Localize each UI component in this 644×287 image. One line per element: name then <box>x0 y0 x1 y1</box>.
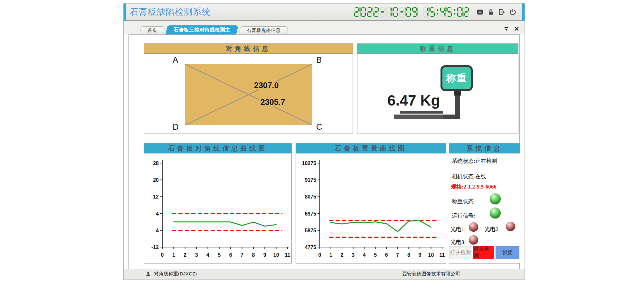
tab-label: 首页 <box>147 27 157 33</box>
svg-text:6: 6 <box>229 252 232 258</box>
svg-text:1: 1 <box>329 252 332 258</box>
tabstrip-icons <box>504 26 519 32</box>
scale-platform-base <box>394 115 443 119</box>
run-signal-led <box>490 208 501 218</box>
svg-text:3: 3 <box>195 252 198 258</box>
panel-weighing-info: 称重信息 称重 6.47 Kg <box>357 43 518 134</box>
logout-icon[interactable] <box>498 8 506 16</box>
stop-detection-button[interactable]: 停止检测 <box>473 246 494 259</box>
panel-weighing-header: 称重信息 <box>357 44 518 54</box>
statusbar-company: 西安获德图像技术有限公司 <box>402 271 460 277</box>
svg-text:7: 7 <box>241 252 243 258</box>
panel-weight-chart-header: 石膏板重量曲线图 <box>296 144 446 153</box>
weight-value: 6.47 Kg <box>387 92 440 109</box>
tab-home[interactable]: 首页 <box>140 26 164 34</box>
lock-icon[interactable] <box>487 8 495 16</box>
svg-text:28: 28 <box>153 161 159 166</box>
diagonal-value-2: 2305.7 <box>259 97 287 106</box>
svg-text:5875: 5875 <box>305 228 316 233</box>
open-detection-button[interactable]: 打开检测 <box>450 246 471 259</box>
tab-board-spec-info[interactable]: 石膏板规格信息 <box>240 26 288 34</box>
photo1-label: 光电1: <box>450 226 466 233</box>
scale-display-head: 称重 <box>440 65 473 91</box>
svg-text:4775: 4775 <box>305 245 316 250</box>
weight-chart-canvas: 102759175807569755875477501234567891011 <box>296 153 446 264</box>
titlebar-right <box>354 6 516 17</box>
corner-label-d: D <box>173 122 179 132</box>
board-diagram <box>144 54 353 134</box>
svg-text:4: 4 <box>156 211 159 217</box>
svg-text:9: 9 <box>418 252 421 258</box>
corner-label-a: A <box>173 55 178 65</box>
user-icon <box>146 271 151 277</box>
panel-diagonal-header: 对角线信息 <box>144 44 353 54</box>
panel-weighing-body: 称重 6.47 Kg <box>357 54 518 134</box>
app-window: 石膏板缺陷检测系统 首页 <box>123 3 525 280</box>
scale-neck <box>454 90 461 96</box>
svg-text:7: 7 <box>396 252 399 258</box>
corner-label-b: B <box>316 55 322 65</box>
tab-dropdown-icon[interactable] <box>504 26 509 32</box>
tab-diagonal-detection-main[interactable]: 石膏板三控对角线检测主 <box>166 25 237 34</box>
weigh-status-led <box>490 193 501 204</box>
svg-text:6: 6 <box>385 252 388 258</box>
panel-diagonal-body: A B C D 2307.0 2305.7 <box>144 54 353 134</box>
photo1-led <box>469 222 478 232</box>
app-title: 石膏板缺陷检测系统 <box>130 6 211 18</box>
system-buttons: 打开检测 停止检测 设置 <box>450 246 519 259</box>
camera-status-text: 相机状态:在线 <box>452 173 486 180</box>
minimize-icon[interactable] <box>476 8 484 16</box>
diagonal-chart-canvas: 2820124-4-1201234567891011 <box>144 153 291 264</box>
svg-text:-4: -4 <box>154 228 159 233</box>
panel-diagonal-chart: 石膏板对角线信息曲线图 2820124-4-1201234567891011 <box>144 143 292 264</box>
settings-button[interactable]: 设置 <box>496 246 519 259</box>
photo2-led <box>506 222 515 231</box>
titlebar-icons <box>476 8 516 16</box>
svg-text:8075: 8075 <box>305 194 316 199</box>
scale-platform-top <box>400 111 443 114</box>
power-icon[interactable] <box>509 8 516 16</box>
svg-text:8: 8 <box>407 252 410 258</box>
svg-text:1: 1 <box>172 252 175 258</box>
lcd-date <box>354 6 418 17</box>
svg-text:4: 4 <box>206 252 209 258</box>
photo3-label: 光电3: <box>450 238 466 246</box>
svg-text:9175: 9175 <box>305 177 316 183</box>
panel-system-info: 系统信息 系统状态:正在检测 相机状态:在线 规格:2-1.2-9.5-6066… <box>449 143 520 264</box>
weigh-status-label: 称重状态: <box>452 198 475 205</box>
svg-text:8: 8 <box>252 252 255 258</box>
svg-text:6975: 6975 <box>305 211 316 217</box>
panel-diagonal-chart-header: 石膏板对角线信息曲线图 <box>144 144 291 153</box>
page-detection-main: 对角线信息 A B C D 2307.0 2305.7 称重信息 <box>128 34 520 270</box>
tab-close-icon[interactable] <box>514 26 519 32</box>
tab-label: 石膏板规格信息 <box>247 27 280 33</box>
svg-text:2: 2 <box>341 252 344 258</box>
svg-text:10: 10 <box>273 252 279 258</box>
svg-text:10275: 10275 <box>302 161 317 166</box>
tab-label: 石膏板三控对角线检测主 <box>174 27 230 33</box>
photo3-led <box>469 235 478 245</box>
svg-text:11: 11 <box>440 252 445 258</box>
panel-system-header: 系统信息 <box>449 144 520 153</box>
svg-text:20: 20 <box>153 177 159 183</box>
photo2-label: 光电2 <box>485 226 498 233</box>
svg-text:11: 11 <box>285 252 290 258</box>
svg-text:0: 0 <box>161 252 164 258</box>
svg-text:5: 5 <box>218 252 221 258</box>
svg-text:5: 5 <box>374 252 377 258</box>
svg-text:4: 4 <box>363 252 366 258</box>
system-status-text: 系统状态:正在检测 <box>452 157 497 165</box>
svg-text:12: 12 <box>153 194 159 199</box>
svg-text:0: 0 <box>318 252 321 258</box>
panel-diagonal-info: 对角线信息 A B C D 2307.0 2305.7 <box>144 43 353 134</box>
spec-text: 规格:2-1.2-9.5-6066 <box>451 183 497 190</box>
statusbar-user: 对角线称重(DJXCZ) <box>146 271 197 277</box>
svg-text:9: 9 <box>263 252 266 258</box>
statusbar: 对角线称重(DJXCZ) 西安获德图像技术有限公司 <box>124 269 525 279</box>
svg-text:2: 2 <box>184 252 186 258</box>
titlebar: 石膏板缺陷检测系统 <box>124 4 525 21</box>
corner-label-c: C <box>316 122 322 132</box>
lcd-time <box>423 6 469 17</box>
run-signal-label: 运行信号: <box>452 212 475 219</box>
diagonal-value-1: 2307.0 <box>252 81 280 90</box>
